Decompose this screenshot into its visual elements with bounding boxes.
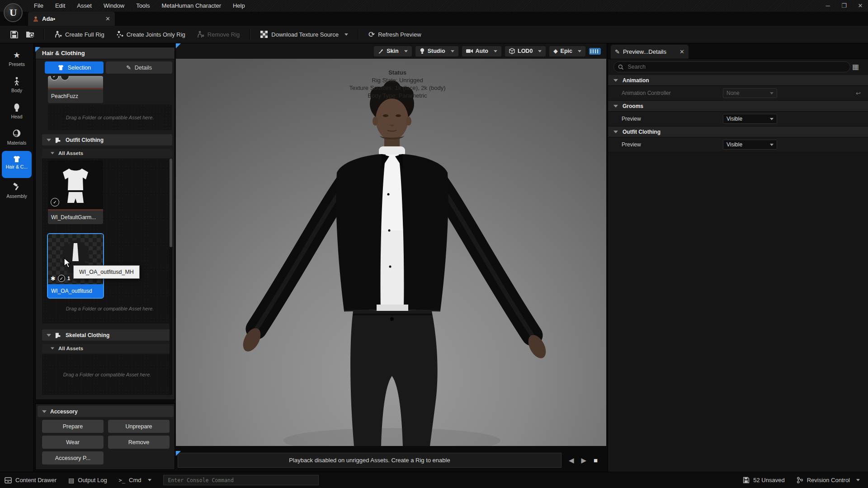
category-grooms[interactable]: Grooms	[608, 101, 868, 112]
sidebar-item-hair-and-clothing[interactable]: Hair & C...	[2, 151, 32, 178]
maximize-button[interactable]: ❐	[839, 0, 849, 12]
sidebar-label: Head	[11, 114, 22, 119]
sidebar-item-head[interactable]: Head	[0, 103, 33, 119]
play-icon[interactable]: ▶	[581, 456, 587, 465]
tab-preview-details-label: Preview...Details	[623, 48, 666, 55]
badge-icon	[61, 76, 69, 80]
check-badge-icon: ✓	[58, 275, 65, 282]
asset-tile-default-garment[interactable]: ✓ WI_DefaultGarm...	[48, 160, 103, 224]
camera-auto-dropdown[interactable]: Auto	[462, 46, 501, 56]
tab-details[interactable]: ✎ Details	[106, 61, 172, 74]
create-joints-only-rig-label: Create Joints Only Rig	[127, 31, 185, 38]
character-render	[176, 59, 606, 446]
lod-dropdown[interactable]: LOD0	[505, 46, 546, 56]
cmd-dropdown[interactable]: >_ Cmd	[119, 477, 151, 483]
status-bar: Content Drawer ▤ Output Log >_ Cmd 52 Un…	[0, 472, 868, 488]
content-drawer-button[interactable]: Content Drawer	[5, 477, 57, 483]
folder-search-icon	[26, 30, 35, 38]
outfit-preview-dropdown[interactable]: Visible	[723, 140, 777, 150]
tab-selection-label: Selection	[68, 65, 91, 71]
create-joints-only-rig-button[interactable]: Create Joints Only Rig	[110, 28, 191, 41]
menu-help[interactable]: Help	[227, 0, 251, 12]
prepare-button[interactable]: Prepare	[42, 420, 104, 433]
menu-edit[interactable]: Edit	[49, 0, 71, 12]
tab-close-icon[interactable]: ✕	[105, 15, 110, 22]
viewport-toolbar: Skin Studio Auto LOD0 ◆ Epic	[176, 43, 606, 59]
animation-controller-dropdown[interactable]: None	[723, 88, 777, 98]
chevron-down-icon	[770, 92, 774, 94]
chevron-down-icon	[578, 50, 581, 52]
wear-button[interactable]: Wear	[42, 436, 104, 449]
minimize-button[interactable]: ─	[823, 0, 833, 12]
drag-hint-text: Drag a Folder or compatible Asset here.	[66, 306, 154, 311]
skeletal-drop-zone[interactable]: Drag a Folder or compatible Asset here.	[42, 354, 172, 395]
tab-preview-details[interactable]: ✎ Preview...Details ✕	[611, 45, 689, 59]
remove-rig-button[interactable]: Remove Rig	[191, 28, 245, 41]
chevron-down-icon	[770, 118, 774, 120]
category-outfit-clothing[interactable]: Outfit Clothing	[608, 127, 868, 137]
remove-rig-icon	[196, 30, 204, 38]
sidebar-item-body[interactable]: Body	[0, 77, 33, 93]
subsection-all-assets[interactable]: All Assets	[42, 344, 172, 353]
revision-control-button[interactable]: Revision Control	[797, 477, 860, 483]
section-skeletal-clothing[interactable]: Skeletal Clothing	[42, 329, 172, 341]
playback-disabled-message: Playback disabled on unrigged Assets. Cr…	[289, 457, 450, 464]
stop-icon[interactable]: ■	[594, 456, 598, 464]
quality-epic-dropdown[interactable]: ◆ Epic	[549, 46, 585, 56]
details-search-box[interactable]	[613, 61, 850, 72]
sidebar-item-materials[interactable]: Materials	[0, 129, 33, 145]
menu-asset[interactable]: Asset	[71, 0, 98, 12]
save-button[interactable]	[6, 28, 22, 41]
close-button[interactable]: ✕	[855, 0, 865, 12]
console-command-field[interactable]	[163, 475, 319, 485]
status-rig-state: Rig State: Unrigged	[302, 76, 492, 84]
shirt-icon	[57, 65, 64, 70]
viewport-3d[interactable]: Status Rig State: Unrigged Texture Sourc…	[176, 59, 606, 446]
search-input[interactable]	[627, 63, 846, 70]
previous-frame-icon[interactable]: ◀	[569, 456, 574, 465]
download-texture-source-label: Download Texture Source	[271, 31, 339, 38]
console-input[interactable]	[167, 477, 315, 484]
chevron-down-icon	[404, 50, 408, 52]
unprepare-button[interactable]: Unprepare	[108, 420, 170, 433]
details-view-options-icon[interactable]: ▦	[852, 62, 859, 71]
groom-drop-zone[interactable]: Drag a Folder or compatible Asset here.	[48, 104, 172, 130]
drag-hint-text: Drag a Folder or compatible Asset here.	[66, 115, 154, 120]
create-full-rig-button[interactable]: Create Full Rig	[48, 28, 110, 41]
section-accessory[interactable]: Accessory	[38, 406, 174, 417]
subsection-all-assets[interactable]: All Assets	[42, 149, 172, 158]
reset-to-default-icon[interactable]: ↩	[856, 90, 861, 97]
browse-to-asset-button[interactable]	[22, 28, 39, 41]
category-animation[interactable]: Animation	[608, 75, 868, 86]
menu-file[interactable]: File	[28, 0, 49, 12]
pen-icon: ✎	[615, 48, 620, 55]
grooms-preview-dropdown[interactable]: Visible	[723, 114, 777, 124]
collapse-arrow-icon	[613, 131, 618, 133]
accessory-prepare-button[interactable]: Accessory P...	[42, 451, 104, 465]
sidebar-item-assembly[interactable]: Assembly	[0, 183, 33, 199]
tab-ada[interactable]: Ada• ✕	[28, 12, 115, 26]
panel-scrollbar-thumb[interactable]	[170, 159, 172, 247]
menu-tools[interactable]: Tools	[130, 0, 156, 12]
keyboard-shortcuts-icon[interactable]	[589, 48, 601, 55]
section-outfit-clothing[interactable]: Outfit Clothing	[42, 134, 172, 145]
row-label: Preview	[622, 116, 641, 122]
unsaved-changes-button[interactable]: 52 Unsaved	[743, 477, 784, 483]
tab-selection[interactable]: Selection	[45, 61, 104, 74]
subsection-title: All Assets	[58, 346, 83, 351]
sidebar-item-presets[interactable]: ★ Presets	[0, 51, 33, 67]
skin-dropdown[interactable]: Skin	[374, 46, 411, 56]
asset-tooltip: WI_OA_outfitusd_MH	[73, 265, 140, 279]
menu-metahuman-character[interactable]: MetaHuman Character	[156, 0, 227, 12]
download-texture-source-button[interactable]: Download Texture Source	[255, 28, 354, 41]
menu-window[interactable]: Window	[98, 0, 130, 12]
remove-button[interactable]: Remove	[108, 436, 170, 449]
asset-tile-peachfuzz[interactable]: ✓ PeachFuzz	[48, 76, 103, 103]
refresh-preview-button[interactable]: ⟳ Refresh Preview	[363, 28, 427, 41]
lighting-studio-dropdown[interactable]: Studio	[415, 46, 458, 56]
status-texture-sources: Texture Sources: 1k (face), 2k (body)	[302, 84, 492, 92]
tab-close-icon[interactable]: ✕	[679, 48, 684, 55]
drag-hint-text: Drag a Folder or compatible Asset here.	[63, 372, 151, 377]
panel-scrollbar[interactable]	[170, 159, 172, 395]
output-log-button[interactable]: ▤ Output Log	[68, 477, 107, 484]
